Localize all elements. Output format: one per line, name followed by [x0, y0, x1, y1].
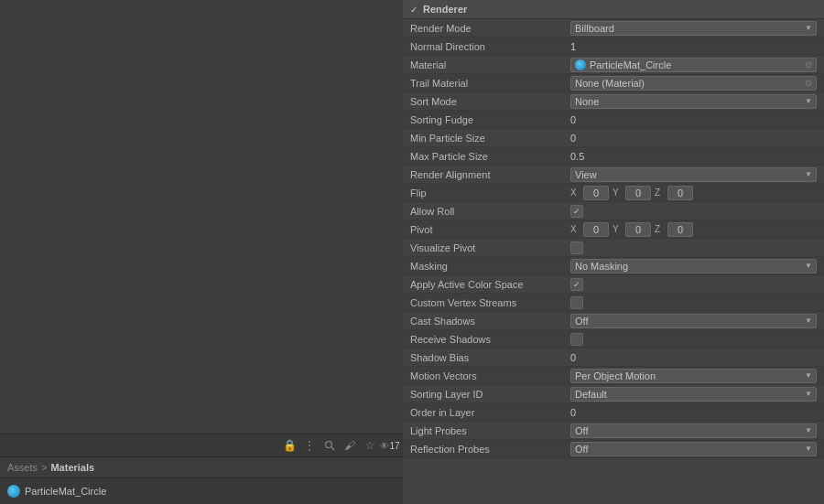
table-row: Render ModeBillboard▼ [403, 19, 824, 38]
material-field[interactable]: ParticleMat_Circle⊙ [570, 58, 817, 72]
checkbox-apply-active-color-space[interactable] [570, 278, 583, 291]
prop-value: None (Material)⊙ [570, 76, 817, 91]
prop-value: X0Y0Z0 [570, 222, 817, 237]
chevron-down-icon: ▼ [805, 97, 812, 105]
checkbox-visualize-pivot[interactable] [570, 241, 583, 254]
dropdown-cast-shadows[interactable]: Off▼ [570, 314, 817, 328]
prop-label: Render Mode [410, 23, 570, 34]
checkbox-custom-vertex-streams[interactable] [570, 296, 583, 309]
prop-label: Normal Direction [410, 41, 570, 52]
prop-value: None▼ [570, 94, 817, 109]
list-item[interactable]: ParticleMat_Circle [0, 482, 403, 500]
prop-value: ParticleMat_Circle⊙ [570, 58, 817, 72]
dropdown-render-alignment[interactable]: View▼ [570, 167, 817, 182]
section-checkbox[interactable]: ✓ [410, 5, 417, 15]
prop-value: Default▼ [570, 387, 817, 402]
x-input[interactable]: 0 [583, 186, 609, 200]
target-icon[interactable]: ⊙ [805, 59, 812, 70]
prop-value: 0 [570, 114, 817, 125]
breadcrumb: Assets > Materials [0, 457, 403, 478]
y-input[interactable]: 0 [625, 186, 651, 200]
prop-label: Sorting Fudge [410, 114, 570, 125]
x-input[interactable]: 0 [583, 222, 609, 237]
dropdown-sort-mode[interactable]: None▼ [570, 94, 817, 109]
prop-value: 0.5 [570, 151, 817, 162]
left-panel-main [0, 0, 403, 434]
y-label: Y [613, 224, 622, 234]
table-row: Order in Layer0 [403, 403, 824, 422]
table-row: Cast ShadowsOff▼ [403, 312, 824, 330]
text-value: 0 [570, 114, 576, 125]
prop-label: Trail Material [410, 78, 570, 89]
dropdown-value: Billboard [575, 23, 614, 34]
table-row: Reflection ProbesOff▼ [403, 440, 824, 458]
dropdown-sorting-layer-id[interactable]: Default▼ [570, 387, 817, 402]
prop-label: Masking [410, 261, 570, 272]
text-value: 0 [570, 133, 576, 144]
z-input[interactable]: 0 [667, 222, 693, 237]
prop-value [570, 333, 817, 346]
y-input[interactable]: 0 [625, 222, 651, 237]
prop-value: View▼ [570, 167, 817, 182]
xyz-group: X0Y0Z0 [570, 222, 817, 237]
text-value: 1 [570, 41, 576, 52]
prop-label: Custom Vertex Streams [410, 297, 570, 308]
paint-icon[interactable]: 🖌 [342, 438, 357, 453]
material-icon [7, 485, 20, 498]
left-panel-bottom: 🔒 ⋮ 🖌 ☆ 👁17 Assets > Materials [0, 434, 403, 504]
prop-value: X0Y0Z0 [570, 186, 817, 200]
dropdown-masking[interactable]: No Masking▼ [570, 259, 817, 273]
prop-value: Off▼ [570, 314, 817, 328]
prop-label: Pivot [410, 224, 570, 235]
dropdown-value: No Masking [575, 261, 628, 272]
prop-label: Cast Shadows [410, 316, 570, 327]
checkbox-allow-roll[interactable] [570, 205, 583, 218]
prop-label: Min Particle Size [410, 133, 570, 144]
dropdown-motion-vectors[interactable]: Per Object Motion▼ [570, 369, 817, 383]
prop-label: Allow Roll [410, 206, 570, 217]
table-row: Motion VectorsPer Object Motion▼ [403, 367, 824, 385]
asset-list: ParticleMat_Circle [0, 478, 403, 504]
dropdown-reflection-probes[interactable]: Off▼ [570, 442, 817, 456]
material-preview-icon [575, 59, 586, 70]
prop-value: Per Object Motion▼ [570, 369, 817, 383]
x-label: X [570, 188, 580, 198]
prop-label: Motion Vectors [410, 370, 570, 381]
dropdown-light-probes[interactable]: Off▼ [570, 424, 817, 438]
lock-icon[interactable]: 🔒 [282, 438, 297, 453]
z-input[interactable]: 0 [667, 186, 693, 200]
material-none-field[interactable]: None (Material)⊙ [570, 76, 817, 91]
target-icon[interactable]: ⊙ [805, 78, 812, 88]
filter-icon[interactable]: 👁17 [383, 438, 397, 453]
star-icon[interactable]: ☆ [363, 438, 377, 453]
prop-label: Order in Layer [410, 407, 570, 418]
text-value: 0 [570, 352, 576, 363]
breadcrumb-parent[interactable]: Assets [7, 462, 38, 473]
y-label: Y [613, 188, 622, 198]
search-icon[interactable] [322, 438, 337, 453]
table-row: Allow Roll [403, 202, 824, 220]
material-none-name: None (Material) [575, 78, 801, 89]
table-row: Visualize Pivot [403, 239, 824, 257]
left-panel: 🔒 ⋮ 🖌 ☆ 👁17 Assets > Materials [0, 0, 403, 504]
prop-label: Reflection Probes [410, 444, 570, 455]
text-value: 0.5 [570, 151, 584, 162]
dropdown-render-mode[interactable]: Billboard▼ [570, 21, 817, 36]
right-panel: ✓ Renderer Render ModeBillboard▼Normal D… [403, 0, 824, 504]
prop-label: Sorting Layer ID [410, 389, 570, 400]
xyz-group: X0Y0Z0 [570, 186, 817, 200]
table-row: Receive Shadows [403, 330, 824, 349]
prop-label: Shadow Bias [410, 352, 570, 363]
checkbox-receive-shadows[interactable] [570, 333, 583, 346]
prop-label: Sort Mode [410, 96, 570, 107]
prop-value: No Masking▼ [570, 259, 817, 273]
table-row: Normal Direction1 [403, 38, 824, 56]
table-row: Sorting Layer IDDefault▼ [403, 385, 824, 403]
prop-value [570, 278, 817, 291]
material-name: ParticleMat_Circle [590, 59, 801, 70]
more-icon[interactable]: ⋮ [302, 438, 317, 453]
prop-label: Max Particle Size [410, 151, 570, 162]
chevron-down-icon: ▼ [805, 262, 812, 270]
svg-point-0 [326, 442, 332, 448]
prop-value: Billboard▼ [570, 21, 817, 36]
